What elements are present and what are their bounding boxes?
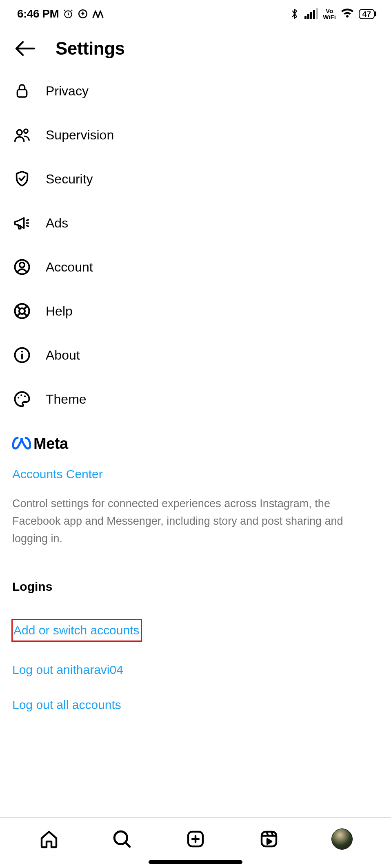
svg-point-6 <box>20 263 24 267</box>
back-button[interactable] <box>12 36 38 61</box>
settings-item-security[interactable]: Security <box>0 157 391 201</box>
status-right: Vo WiFi 47 <box>290 8 375 20</box>
settings-label: Account <box>46 260 93 275</box>
highlight-box: Add or switch accounts <box>11 619 142 642</box>
logout-user-link[interactable]: Log out anitharavi04 <box>12 663 123 677</box>
meta-logo-icon <box>12 437 31 451</box>
add-switch-accounts-link[interactable]: Add or switch accounts <box>13 623 139 637</box>
settings-item-supervision[interactable]: Supervision <box>0 113 391 157</box>
settings-label: Theme <box>46 392 87 407</box>
signal-icon <box>304 9 318 19</box>
palette-icon <box>12 389 32 409</box>
bluetooth-icon <box>290 8 300 20</box>
meta-description: Control settings for connected experienc… <box>12 495 367 548</box>
nav-profile[interactable] <box>331 828 353 850</box>
settings-list: Privacy Supervision Security Ads Account… <box>0 76 391 421</box>
status-time: 6:46 PM <box>17 7 59 20</box>
svg-rect-2 <box>17 90 27 97</box>
battery-indicator: 47 <box>359 9 375 19</box>
gesture-handle <box>149 860 242 864</box>
bottom-area <box>0 817 391 868</box>
arrow-left-icon <box>14 40 36 57</box>
settings-item-theme[interactable]: Theme <box>0 377 391 421</box>
status-bar: 6:46 PM Vo WiFi 47 <box>0 0 391 25</box>
nav-create[interactable] <box>184 828 207 850</box>
vowifi-icon: Vo WiFi <box>323 8 336 20</box>
vowifi-top: Vo <box>326 8 333 14</box>
svg-point-4 <box>24 129 28 133</box>
supervision-icon <box>12 125 32 145</box>
nav-home[interactable] <box>38 828 60 850</box>
wifi-icon <box>341 9 354 19</box>
alarm-icon <box>63 9 73 19</box>
svg-point-12 <box>20 394 22 396</box>
meta-section: Meta Accounts Center Control settings fo… <box>0 421 391 548</box>
svg-point-3 <box>17 130 22 135</box>
settings-item-privacy[interactable]: Privacy <box>0 76 391 113</box>
reels-icon <box>259 829 279 849</box>
settings-item-about[interactable]: About <box>0 333 391 377</box>
logins-title: Logins <box>12 580 379 594</box>
settings-label: Supervision <box>46 128 114 143</box>
m-icon <box>92 9 104 18</box>
privacy-icon <box>12 81 32 101</box>
settings-label: Ads <box>46 216 68 231</box>
settings-item-account[interactable]: Account <box>0 245 391 289</box>
svg-point-10 <box>21 351 23 353</box>
settings-label: Security <box>46 172 93 187</box>
help-icon <box>12 301 32 321</box>
settings-label: About <box>46 348 80 363</box>
settings-item-ads[interactable]: Ads <box>0 201 391 245</box>
nav-search[interactable] <box>111 828 133 850</box>
status-left: 6:46 PM <box>17 7 104 20</box>
home-icon <box>39 829 59 849</box>
accounts-center-link[interactable]: Accounts Center <box>12 467 379 481</box>
vowifi-bot: WiFi <box>323 14 336 20</box>
settings-label: Privacy <box>46 84 89 99</box>
logins-section: Logins Add or switch accounts Log out an… <box>0 548 391 712</box>
settings-item-help[interactable]: Help <box>0 289 391 333</box>
nav-reels[interactable] <box>258 828 280 850</box>
info-icon <box>12 345 32 365</box>
search-icon <box>112 829 132 849</box>
svg-point-11 <box>18 397 19 398</box>
settings-label: Help <box>46 304 73 319</box>
meta-brand: Meta <box>12 435 379 453</box>
shield-icon <box>12 169 32 189</box>
update-icon <box>78 9 88 19</box>
app-bar: Settings <box>0 25 391 76</box>
meta-brand-text: Meta <box>33 435 68 453</box>
svg-point-8 <box>19 308 25 314</box>
page-title: Settings <box>56 38 125 59</box>
megaphone-icon <box>12 213 32 233</box>
account-icon <box>12 257 32 277</box>
bottom-nav <box>0 818 391 855</box>
svg-point-13 <box>24 395 26 397</box>
avatar <box>331 828 353 850</box>
logout-all-link[interactable]: Log out all accounts <box>12 698 121 712</box>
plus-square-icon <box>186 829 205 849</box>
